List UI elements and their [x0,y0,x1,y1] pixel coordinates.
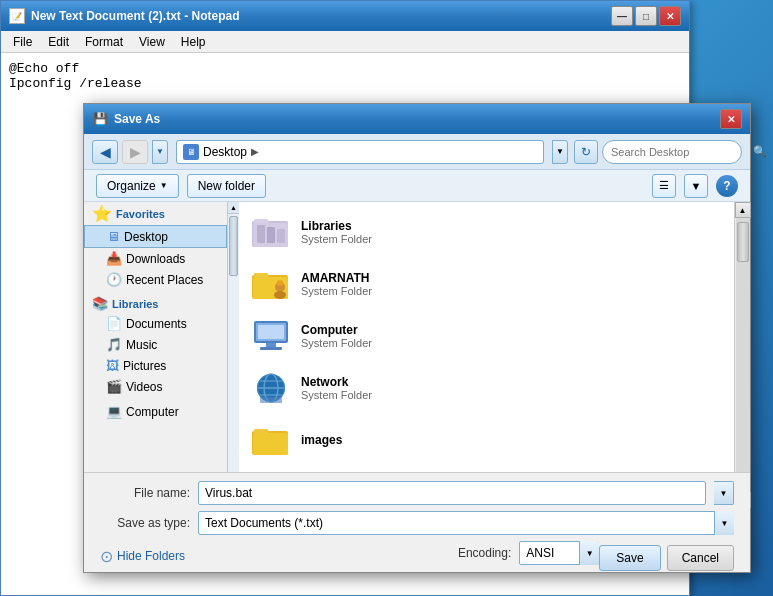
file-item-libraries[interactable]: Libraries System Folder [243,206,730,258]
file-info-network: Network System Folder [301,375,372,401]
saveas-bottom: File name: ▼ Save as type: Text Document… [84,472,750,572]
sidebar-item-documents[interactable]: 📄 Documents [84,313,227,334]
notepad-icon: 📝 [9,8,25,24]
network-file-type: System Folder [301,389,372,401]
savetype-label: Save as type: [100,516,190,530]
notepad-maximize-btn[interactable]: □ [635,6,657,26]
notepad-line2: Ipconfig /release [9,76,681,91]
menu-view[interactable]: View [131,33,173,51]
libraries-icon: 📚 [92,296,108,311]
forward-button[interactable]: ▶ [122,140,148,164]
sidebar-item-pictures[interactable]: 🖼 Pictures [84,355,227,376]
computer-file-name: Computer [301,323,372,337]
documents-label: Documents [126,317,187,331]
scroll-up-button[interactable]: ▲ [735,202,751,218]
documents-icon: 📄 [106,316,122,331]
network-folder-icon [251,368,291,408]
encoding-select[interactable]: ANSI [519,541,599,565]
location-text: Desktop [203,145,247,159]
sidebar-item-videos[interactable]: 🎬 Videos [84,376,227,397]
filename-dropdown-button[interactable]: ▼ [714,481,734,505]
svg-rect-4 [267,227,275,243]
saveas-title: Save As [114,112,720,126]
amarnath-folder-icon [251,264,291,304]
images-file-name: images [301,433,342,447]
saveas-close-btn[interactable]: ✕ [720,109,742,129]
location-bar[interactable]: 🖥 Desktop ▶ [176,140,544,164]
filename-input[interactable] [198,481,706,505]
file-list-scrollbar: ▲ ▼ [734,202,750,508]
recent-icon: 🕐 [106,272,122,287]
notepad-titlebar-buttons: — □ ✕ [611,6,681,26]
notepad-line1: @Echo off [9,61,681,76]
images-folder-icon [251,420,291,460]
back-button[interactable]: ◀ [92,140,118,164]
desktop-label: Desktop [124,230,168,244]
savetype-select[interactable]: Text Documents (*.txt) [198,511,734,535]
notepad-minimize-btn[interactable]: — [611,6,633,26]
cancel-button[interactable]: Cancel [667,545,734,571]
menu-format[interactable]: Format [77,33,131,51]
view-button[interactable]: ☰ [652,174,676,198]
computer-folder-icon [251,316,291,356]
scroll-thumb[interactable] [737,222,749,262]
file-item-computer[interactable]: Computer System Folder [243,310,730,362]
favorites-star-icon: ⭐ [92,204,112,223]
libraries-label: Libraries [112,298,158,310]
saveas-dialog: 💾 Save As ✕ ◀ ▶ ▼ 🖥 Desktop ▶ ▼ ↻ 🔍 Orga… [83,103,751,573]
save-button[interactable]: Save [599,545,660,571]
saveas-icon: 💾 [92,111,108,127]
saveas-toolbar: ◀ ▶ ▼ 🖥 Desktop ▶ ▼ ↻ 🔍 [84,134,750,170]
new-folder-label: New folder [198,179,255,193]
file-item-amarnath[interactable]: AMARNATH System Folder [243,258,730,310]
desktop-icon: 🖥 [107,229,120,244]
new-folder-button[interactable]: New folder [187,174,266,198]
pictures-label: Pictures [123,359,166,373]
help-button[interactable]: ? [716,175,738,197]
organize-dropdown-icon: ▼ [160,181,168,190]
hide-folders-icon: ⊙ [100,547,113,566]
notepad-titlebar: 📝 New Text Document (2).txt - Notepad — … [1,1,689,31]
sidebar-item-computer[interactable]: 💻 Computer [84,401,227,422]
computer-icon: 💻 [106,404,122,419]
saveas-body: ⭐ Favorites 🖥 Desktop 📥 Downloads 🕐 Rece… [84,202,750,508]
search-input[interactable] [611,146,749,158]
menu-help[interactable]: Help [173,33,214,51]
location-dropdown-button[interactable]: ▼ [552,140,568,164]
libraries-header: 📚 Libraries [84,294,227,313]
organize-button[interactable]: Organize ▼ [96,174,179,198]
location-folder-icon: 🖥 [183,144,199,160]
notepad-close-btn[interactable]: ✕ [659,6,681,26]
view-dropdown-button[interactable]: ▼ [684,174,708,198]
bottom-actions: Save Cancel [599,545,734,571]
sidebar-item-downloads[interactable]: 📥 Downloads [84,248,227,269]
sidebar-scroll-up[interactable]: ▲ [228,202,239,214]
menu-file[interactable]: File [5,33,40,51]
amarnath-file-name: AMARNATH [301,271,372,285]
svg-rect-23 [260,397,282,403]
action-bar: Organize ▼ New folder ☰ ▼ ? [84,170,750,202]
svg-rect-16 [258,325,284,339]
hide-folders-button[interactable]: ⊙ Hide Folders [100,547,185,566]
sidebar-item-music[interactable]: 🎵 Music [84,334,227,355]
file-item-network[interactable]: Network System Folder [243,362,730,414]
downloads-icon: 📥 [106,251,122,266]
sidebar-item-recent-places[interactable]: 🕐 Recent Places [84,269,227,290]
savetype-select-wrapper: Text Documents (*.txt) ▼ [198,511,734,535]
refresh-button[interactable]: ↻ [574,140,598,164]
libraries-folder-icon [251,212,291,252]
location-arrow: ▶ [251,146,259,157]
nav-dropdown-button[interactable]: ▼ [152,140,168,164]
sidebar-scroll-thumb[interactable] [229,216,238,276]
encoding-select-wrapper: ANSI ▼ [519,541,599,565]
menu-edit[interactable]: Edit [40,33,77,51]
sidebar-scroll-track [228,214,239,496]
organize-label: Organize [107,179,156,193]
file-list: Libraries System Folder [239,202,734,508]
filename-row: File name: ▼ [100,481,734,505]
file-item-images[interactable]: images [243,414,730,466]
downloads-label: Downloads [126,252,185,266]
computer-label: Computer [126,405,179,419]
sidebar-item-desktop[interactable]: 🖥 Desktop [84,225,227,248]
filename-label: File name: [100,486,190,500]
